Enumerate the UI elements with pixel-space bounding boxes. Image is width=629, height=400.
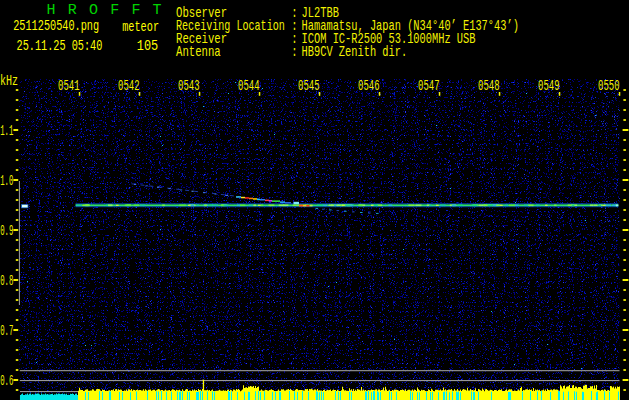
svg-text:0547: 0547 — [418, 78, 439, 95]
svg-text:Antenna: Antenna — [176, 45, 221, 61]
svg-text:0542: 0542 — [118, 78, 139, 95]
svg-text:0545: 0545 — [298, 78, 319, 95]
svg-text::: : — [291, 45, 297, 61]
svg-text:0550: 0550 — [598, 78, 619, 95]
svg-text:0.8: 0.8 — [0, 274, 13, 289]
svg-text:0.9: 0.9 — [0, 224, 13, 239]
svg-text:0548: 0548 — [478, 78, 499, 95]
svg-text:1.1: 1.1 — [0, 124, 13, 139]
svg-text:kHz: kHz — [0, 73, 18, 89]
svg-text:0544: 0544 — [238, 78, 259, 95]
svg-text:H R O F F T: H R O F F T — [47, 2, 164, 19]
svg-text:0543: 0543 — [178, 78, 199, 95]
svg-text:0549: 0549 — [538, 78, 559, 95]
svg-text:2511250540.png: 2511250540.png — [13, 19, 99, 35]
svg-text:meteor: meteor — [122, 20, 159, 36]
svg-text:105: 105 — [137, 38, 158, 54]
svg-text:25.11.25 05:40: 25.11.25 05:40 — [17, 39, 103, 55]
svg-text:HB9CV Zenith dir.: HB9CV Zenith dir. — [302, 44, 408, 60]
svg-text:0541: 0541 — [58, 78, 79, 95]
svg-text:0.6: 0.6 — [0, 374, 13, 389]
svg-text:0546: 0546 — [358, 78, 379, 95]
svg-text:1.0: 1.0 — [0, 174, 13, 189]
svg-text:0.7: 0.7 — [0, 324, 13, 339]
